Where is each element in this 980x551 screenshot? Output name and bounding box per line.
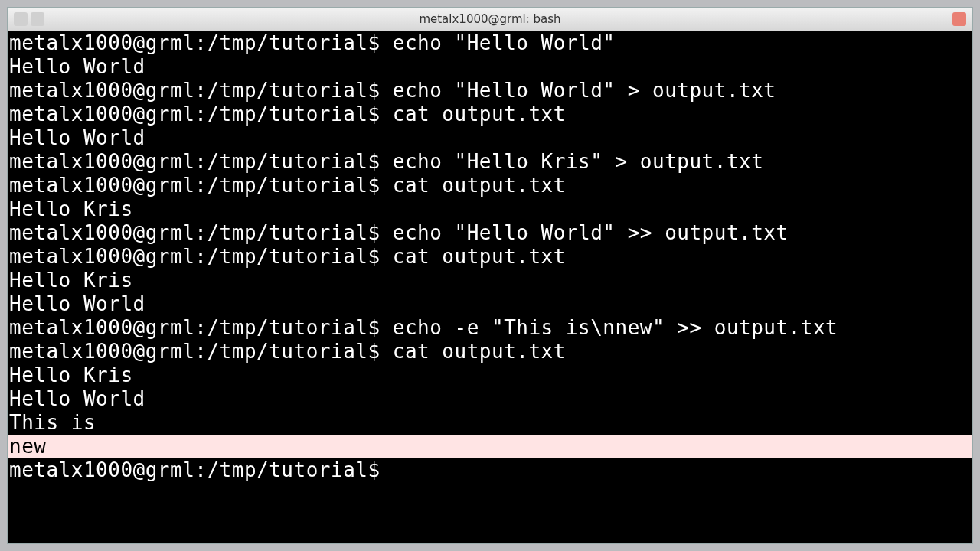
minimize-button[interactable] [14, 12, 28, 26]
maximize-button[interactable] [31, 12, 44, 26]
terminal-line: metalx1000@grml:/tmp/tutorial$ echo "Hel… [9, 221, 971, 245]
terminal-line: metalx1000@grml:/tmp/tutorial$ cat outpu… [9, 174, 971, 197]
terminal-line: Hello Kris [9, 364, 971, 387]
window-title: metalx1000@grml: bash [419, 12, 560, 26]
terminal-line: metalx1000@grml:/tmp/tutorial$ cat outpu… [9, 245, 971, 269]
terminal-line-highlight: new [8, 435, 972, 458]
terminal-line: metalx1000@grml:/tmp/tutorial$ echo "Hel… [9, 150, 971, 174]
terminal-line: metalx1000@grml:/tmp/tutorial$ echo "Hel… [9, 31, 971, 55]
terminal-line: Hello World [9, 387, 971, 411]
terminal-line: metalx1000@grml:/tmp/tutorial$ echo "Hel… [9, 79, 971, 103]
terminal-line: Hello Kris [9, 197, 971, 221]
terminal-line: Hello Kris [9, 269, 971, 292]
terminal-window: metalx1000@grml: bash metalx1000@grml:/t… [7, 7, 973, 544]
terminal-line: Hello World [9, 55, 971, 79]
terminal-line: metalx1000@grml:/tmp/tutorial$ echo -e "… [9, 316, 971, 340]
terminal-prompt-line: metalx1000@grml:/tmp/tutorial$ [9, 458, 971, 482]
terminal-line: Hello World [9, 292, 971, 316]
terminal-viewport[interactable]: metalx1000@grml:/tmp/tutorial$ echo "Hel… [8, 31, 972, 543]
terminal-line: Hello World [9, 126, 971, 150]
titlebar[interactable]: metalx1000@grml: bash [8, 8, 972, 31]
close-button[interactable] [952, 12, 966, 26]
terminal-line: This is [9, 411, 971, 435]
terminal-line: metalx1000@grml:/tmp/tutorial$ cat outpu… [9, 340, 971, 364]
terminal-line: metalx1000@grml:/tmp/tutorial$ cat outpu… [9, 103, 971, 126]
